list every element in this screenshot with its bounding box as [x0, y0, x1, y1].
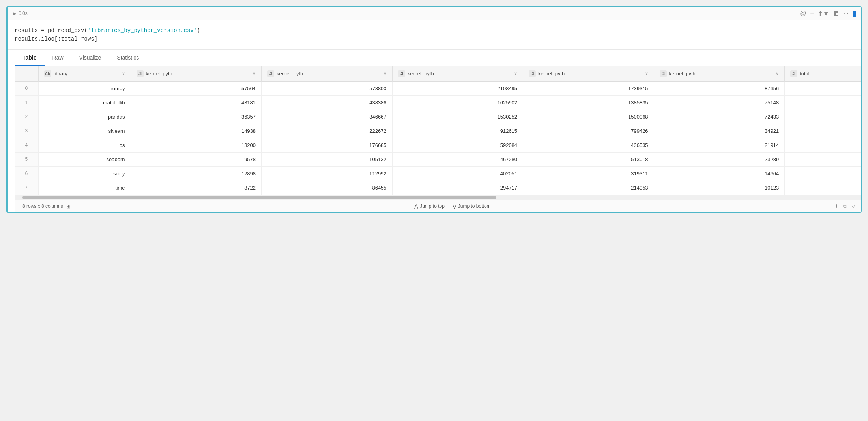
th-kernel3[interactable]: .3 kernel_pyth... ∨: [392, 66, 523, 82]
code-suffix: ): [197, 27, 200, 34]
th-total[interactable]: .3 total_: [785, 66, 861, 82]
filter-icon[interactable]: ▽: [851, 203, 855, 209]
table-row: 6 scipy 12898 112992 402051 319311 14664: [15, 166, 861, 181]
cell-index: 0: [15, 81, 38, 95]
cell-index: 3: [15, 124, 38, 138]
cell-c1: 57564: [131, 81, 262, 95]
cell-run-info: ▶ 0.0s: [13, 11, 28, 16]
code-line-1: results = pd.read_csv('libraries_by_pyth…: [15, 26, 855, 35]
table-body: 0 numpy 57564 578800 2108495 1739315 876…: [15, 81, 861, 195]
cell-library: scipy: [38, 166, 131, 181]
code-string: 'libraries_by_python_version.csv': [88, 27, 197, 34]
sidebar-icon[interactable]: ▮: [853, 9, 857, 18]
cell-index: 2: [15, 110, 38, 124]
cell-total: [785, 138, 861, 152]
type-badge-k3: .3: [398, 70, 405, 77]
delete-icon[interactable]: 🗑: [833, 10, 840, 17]
cell-c4: 214953: [523, 181, 654, 195]
cell-library: matplotlib: [38, 95, 131, 110]
jump-bottom-label: Jump to bottom: [458, 203, 491, 209]
table-row: 2 pandas 36357 346667 1530252 1500068 72…: [15, 110, 861, 124]
type-badge-k2: .3: [267, 70, 274, 77]
th-library[interactable]: Ab library ∨: [38, 66, 131, 82]
tab-table[interactable]: Table: [15, 50, 45, 66]
notebook-cell: ▶ 0.0s @ + ⬆▼ 🗑 ··· ▮ results = pd.read_…: [6, 6, 862, 213]
cell-header: ▶ 0.0s @ + ⬆▼ 🗑 ··· ▮: [7, 7, 861, 20]
cell-c4: 436535: [523, 138, 654, 152]
more-icon[interactable]: ···: [844, 10, 849, 17]
th-index: [15, 66, 38, 82]
cell-c4: 1500068: [523, 110, 654, 124]
footer-center: ⋀ Jump to top ⋁ Jump to bottom: [414, 203, 490, 209]
sort-icon-k1[interactable]: ∨: [253, 71, 256, 76]
jump-bottom-icon: ⋁: [453, 203, 456, 209]
data-table-container[interactable]: Ab library ∨ .3 kernel_pyth... ∨: [15, 66, 861, 195]
th-kernel1[interactable]: .3 kernel_pyth... ∨: [131, 66, 262, 82]
sort-icon-k3[interactable]: ∨: [514, 71, 517, 76]
cell-library: os: [38, 138, 131, 152]
cell-c4: 513018: [523, 152, 654, 166]
play-icon[interactable]: ▶: [13, 11, 16, 16]
col-name-library: library: [54, 71, 120, 76]
cell-c2: 86455: [262, 181, 393, 195]
cell-c5: 14664: [654, 166, 785, 181]
copy-icon[interactable]: ⧉: [843, 203, 847, 209]
at-icon[interactable]: @: [800, 10, 806, 17]
cell-total: [785, 124, 861, 138]
cell-c5: 72433: [654, 110, 785, 124]
cell-c1: 43181: [131, 95, 262, 110]
cell-total: [785, 81, 861, 95]
col-name-k3: kernel_pyth...: [408, 71, 512, 76]
add-icon[interactable]: +: [810, 10, 814, 17]
table-row: 5 seaborn 9578 105132 467280 513018 2328…: [15, 152, 861, 166]
cell-c3: 912615: [392, 124, 523, 138]
cell-c4: 319311: [523, 166, 654, 181]
scrollbar-thumb[interactable]: [22, 196, 496, 199]
cell-c3: 402051: [392, 166, 523, 181]
grid-icon[interactable]: ⊞: [66, 203, 71, 209]
cell-index: 1: [15, 95, 38, 110]
cell-code: results = pd.read_csv('libraries_by_pyth…: [7, 20, 861, 50]
cell-c5: 87656: [654, 81, 785, 95]
move-icon[interactable]: ⬆▼: [818, 10, 829, 17]
cell-c2: 105132: [262, 152, 393, 166]
output-tabs: Table Raw Visualize Statistics: [15, 50, 861, 66]
jump-to-top-button[interactable]: ⋀ Jump to top: [414, 203, 445, 209]
col-name-k5: kernel_pyth...: [669, 71, 774, 76]
table-row: 0 numpy 57564 578800 2108495 1739315 876…: [15, 81, 861, 95]
cell-c4: 1385835: [523, 95, 654, 110]
type-badge-k1: .3: [137, 70, 144, 77]
sort-icon-k4[interactable]: ∨: [645, 71, 648, 76]
cell-c3: 2108495: [392, 81, 523, 95]
cell-output: Table Raw Visualize Statistics Ab librar…: [7, 50, 861, 212]
cell-c2: 346667: [262, 110, 393, 124]
jump-to-bottom-button[interactable]: ⋁ Jump to bottom: [453, 203, 491, 209]
data-table: Ab library ∨ .3 kernel_pyth... ∨: [15, 66, 861, 195]
cell-c1: 36357: [131, 110, 262, 124]
tab-statistics[interactable]: Statistics: [109, 50, 147, 66]
cell-library: time: [38, 181, 131, 195]
th-kernel5[interactable]: .3 kernel_pyth... ∨: [654, 66, 785, 82]
sort-icon-library[interactable]: ∨: [122, 71, 125, 76]
table-row: 3 sklearn 14938 222672 912615 799426 349…: [15, 124, 861, 138]
th-kernel2[interactable]: .3 kernel_pyth... ∨: [262, 66, 393, 82]
cell-total: [785, 181, 861, 195]
sort-icon-k2[interactable]: ∨: [383, 71, 387, 76]
cell-c2: 438386: [262, 95, 393, 110]
download-icon[interactable]: ⬇: [834, 203, 838, 209]
code-line2-text: results.iloc[:total_rows]: [15, 36, 97, 42]
cell-c5: 34921: [654, 124, 785, 138]
col-name-k1: kernel_pyth...: [146, 71, 251, 76]
tab-raw[interactable]: Raw: [45, 50, 71, 66]
th-kernel4[interactable]: .3 kernel_pyth... ∨: [523, 66, 654, 82]
horizontal-scrollbar[interactable]: [15, 195, 861, 200]
sort-icon-k5[interactable]: ∨: [776, 71, 779, 76]
cell-run-bar: [7, 7, 8, 212]
tab-visualize[interactable]: Visualize: [71, 50, 109, 66]
footer-left: 8 rows x 8 columns ⊞: [22, 203, 71, 209]
row-col-info: 8 rows x 8 columns: [22, 203, 63, 209]
cell-c3: 592084: [392, 138, 523, 152]
table-footer: 8 rows x 8 columns ⊞ ⋀ Jump to top ⋁ Jum…: [15, 200, 861, 212]
table-row: 1 matplotlib 43181 438386 1625902 138583…: [15, 95, 861, 110]
cell-c3: 294717: [392, 181, 523, 195]
